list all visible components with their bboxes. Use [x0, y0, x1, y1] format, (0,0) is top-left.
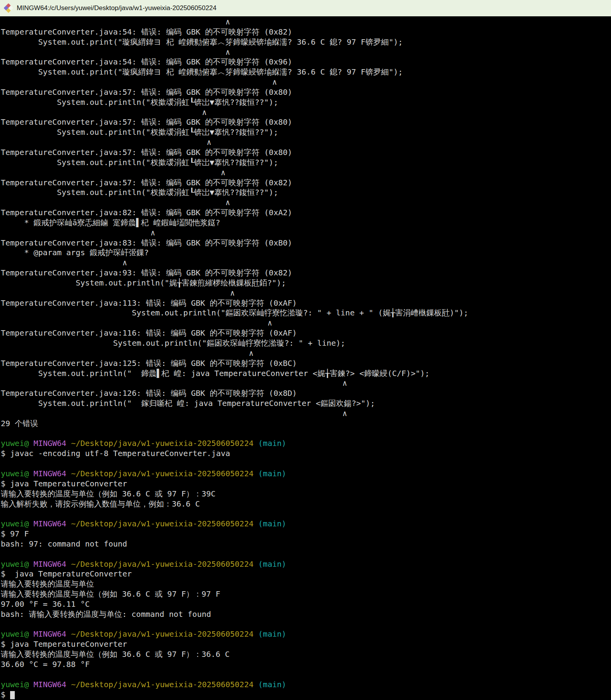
text-segment: ~/Desktop/java/w1-yuweixia-202506050224 [71, 439, 254, 448]
text-segment: yuwei@ [1, 629, 29, 639]
error-header: TemperatureConverter.java:57: 错误: 编码 GBK… [1, 148, 611, 158]
text-segment: yuwei@ [1, 559, 29, 569]
terminal-screen[interactable]: ∧TemperatureConverter.java:54: 错误: 编码 GB… [0, 16, 611, 700]
blank-line [1, 549, 611, 559]
text-segment: yuwei@ [1, 439, 29, 448]
text-segment [29, 559, 33, 569]
text-segment: (main) [258, 559, 286, 569]
text-segment: (main) [258, 519, 286, 528]
text-segment: ∧ [1, 77, 277, 87]
caret-line: ∧ [1, 77, 611, 87]
text-segment: System.out.println("鏂囦欢琛屾牸寮忔湁璇?: " + lin… [1, 308, 468, 317]
text-segment [253, 519, 258, 528]
error-header: TemperatureConverter.java:83: 错误: 编码 GBK… [1, 238, 611, 248]
text-segment [66, 629, 71, 639]
text-segment: ∧ [1, 378, 347, 388]
msys2-icon[interactable] [4, 3, 13, 13]
text-segment: $ java TemperatureConverter [1, 639, 127, 649]
source-line: * @param args 鍛戒护琛屽弬鏁? [1, 248, 611, 258]
text-segment: MINGW64 [33, 629, 66, 639]
text-segment [253, 680, 258, 689]
caret-line: ∧ [1, 108, 611, 118]
text-segment [29, 439, 33, 448]
text-segment [66, 680, 71, 689]
error-header: TemperatureConverter.java:57: 错误: 编码 GBK… [1, 117, 611, 127]
text-segment [253, 439, 258, 448]
blank-line [1, 509, 611, 519]
text-segment: 97.00 °F = 36.11 °C [1, 599, 90, 609]
caret-line: ∧ [1, 258, 611, 268]
source-line: System.out.println(" 鎵归噺杞 崲: java Temper… [1, 399, 611, 409]
text-segment [253, 469, 258, 478]
source-line: System.out.println("杈撳叆涓虹┖锛岀▼搴忛??鍑恒??"); [1, 98, 611, 108]
error-count: 29 个错误 [1, 419, 611, 429]
source-line: System.out.print("璇疯緭鍏ヨ 杞 崲鐨勬俯搴︿笌鍗曚綅锛堬緥濡… [1, 37, 611, 47]
text-segment: TemperatureConverter.java:57: 错误: 编码 GBK… [1, 178, 292, 187]
caret-line: ∧ [1, 17, 611, 27]
output-line: 请输入要转换的温度与单位（例如 36.6 C 或 97 F）：39C [1, 489, 611, 499]
text-segment: * 鍛戒护琛屾ā寮忎細鏀 寔鍗曟▌杞 崲鍜屾壒閲忚浆鎹? [1, 218, 220, 227]
text-segment: ∧ [1, 198, 230, 207]
terminal-cursor [10, 691, 15, 699]
text-segment: 请输入要转换的温度与单位（例如 36.6 C 或 97 F）：97 F [1, 589, 220, 599]
text-segment: ∧ [1, 318, 272, 327]
text-segment: ∧ [1, 47, 230, 57]
text-segment: TemperatureConverter.java:54: 错误: 编码 GBK… [1, 27, 292, 37]
prompt-line: yuwei@ MINGW64 ~/Desktop/java/w1-yuweixi… [1, 559, 611, 569]
error-header: TemperatureConverter.java:54: 错误: 编码 GBK… [1, 57, 611, 67]
text-segment: MINGW64 [33, 680, 66, 689]
text-segment: System.out.println("杈撳叆涓虹┖锛岀▼搴忛??鍑恒??"); [1, 127, 278, 137]
cursor-line: $ [1, 690, 611, 700]
text-segment: TemperatureConverter.java:82: 错误: 编码 GBK… [1, 208, 292, 217]
text-segment: 请输入要转换的温度与单位（例如 36.6 C 或 97 F）：39C [1, 489, 216, 498]
caret-line: ∧ [1, 138, 611, 148]
source-line: System.out.println("杈撳叆涓虹┖锛岀▼搴忛??鍑恒??"); [1, 127, 611, 138]
blank-line [1, 459, 611, 469]
command-line: $ javac -encoding utf-8 TemperatureConve… [1, 449, 611, 459]
output-line: 请输入要转换的温度与单位（例如 36.6 C 或 97 F）：36.6 C [1, 650, 611, 660]
text-segment: ∧ [1, 138, 211, 147]
command-line: $ java TemperatureConverter [1, 479, 611, 489]
text-segment: 36.60 °C = 97.88 °F [1, 660, 90, 669]
caret-line: ∧ [1, 318, 611, 328]
blank-line [1, 670, 611, 680]
prompt-line: yuwei@ MINGW64 ~/Desktop/java/w1-yuweixi… [1, 469, 611, 479]
blank-line [1, 620, 611, 630]
text-segment: ∧ [1, 108, 207, 117]
output-line: 请输入要转换的温度与单位 [1, 579, 611, 589]
text-segment: ∧ [1, 168, 225, 177]
source-line: System.out.print("璇疯緭鍏ヨ 杞 崲鐨勬俯搴︿笌鍗曚綅锛堬緥濡… [1, 67, 611, 77]
text-segment: ∧ [1, 228, 155, 237]
text-segment [29, 680, 33, 689]
caret-line: ∧ [1, 47, 611, 57]
text-segment [253, 559, 258, 569]
caret-line: ∧ [1, 198, 611, 208]
text-segment: System.out.print("璇疯緭鍏ヨ 杞 崲鐨勬俯搴︿笌鍗曚綅锛堬緥濡… [1, 67, 403, 77]
caret-line: ∧ [1, 288, 611, 298]
text-segment: System.out.println("鏂囦欢琛屾牸寮忔湁璇?: " + lin… [1, 338, 345, 348]
source-line: * 鍛戒护琛屾ā寮忎細鏀 寔鍗曟▌杞 崲鍜屾壒閲忚浆鎹? [1, 218, 611, 228]
text-segment: TemperatureConverter.java:116: 错误: 编码 GB… [1, 328, 297, 338]
text-segment: TemperatureConverter.java:57: 错误: 编码 GBK… [1, 117, 292, 127]
text-segment: $ 97 F [1, 529, 29, 538]
text-segment: $ java TemperatureConverter [1, 479, 127, 488]
source-line: System.out.println("娓╁害鍊煎繀椤绘槸鏁板瓧銆?"); [1, 278, 611, 288]
output-line: 请输入要转换的温度与单位（例如 36.6 C 或 97 F）：97 F [1, 589, 611, 599]
source-line: System.out.println("杈撳叆涓虹┖锛岀▼搴忛??鍑恒??"); [1, 158, 611, 168]
text-segment: System.out.println("杈撳叆涓虹┖锛岀▼搴忛??鍑恒??"); [1, 98, 278, 107]
text-segment: (main) [258, 680, 286, 689]
text-segment: System.out.println(" 鎵归噺杞 崲: java Temper… [1, 399, 375, 408]
prompt-line: yuwei@ MINGW64 ~/Desktop/java/w1-yuweixi… [1, 519, 611, 529]
text-segment: System.out.println("杈撳叆涓虹┖锛岀▼搴忛??鍑恒??"); [1, 188, 278, 197]
text-segment: ∧ [1, 409, 347, 418]
text-segment: yuwei@ [1, 469, 29, 478]
text-segment: ~/Desktop/java/w1-yuweixia-202506050224 [71, 680, 254, 689]
text-segment: System.out.println("娓╁害鍊煎繀椤绘槸鏁板瓧銆?"); [1, 278, 286, 287]
text-segment: 请输入要转换的温度与单位 [1, 579, 94, 589]
text-segment: System.out.print("璇疯緭鍏ヨ 杞 崲鐨勬俯搴︿笌鍗曚綅锛堬緥濡… [1, 37, 403, 47]
text-segment: MINGW64 [33, 469, 66, 478]
text-segment [29, 519, 33, 528]
text-segment: TemperatureConverter.java:83: 错误: 编码 GBK… [1, 238, 292, 247]
window-titlebar[interactable]: MINGW64:/c/Users/yuwei/Desktop/java/w1-y… [0, 0, 611, 16]
error-header: TemperatureConverter.java:126: 错误: 编码 GB… [1, 388, 611, 399]
